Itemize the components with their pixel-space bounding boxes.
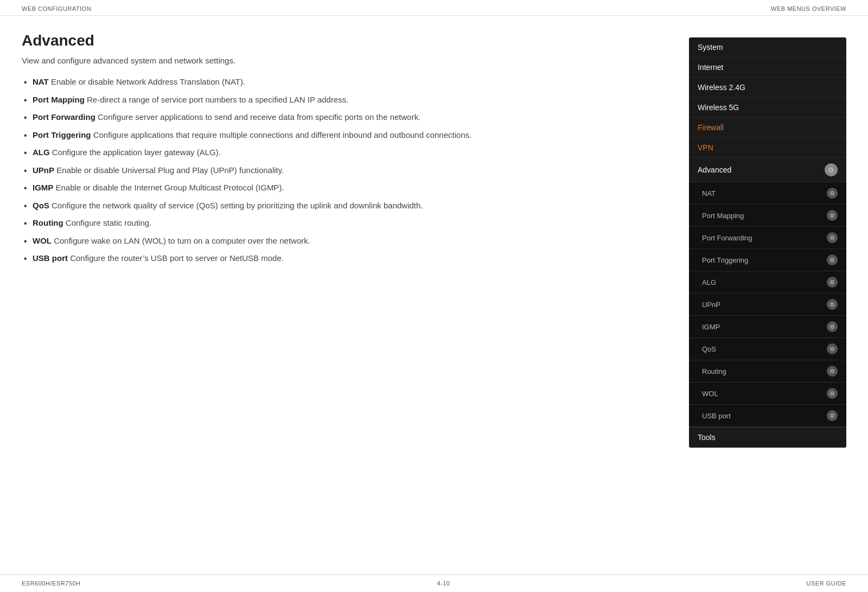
- gear-icon: ⚙: [827, 410, 838, 421]
- bullet-item-4: ALG Configure the application layer gate…: [22, 147, 667, 159]
- bullet-desc: Configure server applications to send an…: [98, 112, 420, 122]
- sidebar-item-vpn[interactable]: VPN: [689, 138, 846, 158]
- gear-icon: ⚙: [827, 188, 838, 199]
- bullet-name: QoS: [33, 201, 49, 210]
- bullet-desc: Re-direct a range of service port number…: [87, 95, 348, 104]
- sidebar-label: Wireless 2.4G: [698, 83, 745, 92]
- gear-icon: ⚙: [827, 388, 838, 399]
- sidebar-label: Wireless 5G: [698, 103, 739, 112]
- page-title: Advanced: [22, 32, 667, 49]
- bullet-item-3: Port Triggering Configure applications t…: [22, 129, 667, 142]
- bullet-name: USB port: [33, 253, 68, 263]
- bullet-item-8: Routing Configure static routing.: [22, 217, 667, 230]
- sidebar-item-wireless-2.4g[interactable]: Wireless 2.4G: [689, 78, 846, 98]
- bullet-desc: Configure the router’s USB port to serve…: [70, 253, 284, 263]
- bullet-desc: Enable or disable Universal Plug and Pla…: [56, 165, 284, 175]
- sidebar-sub-label: USB port: [702, 412, 731, 420]
- sidebar-sub-label: Port Mapping: [702, 212, 744, 220]
- sidebar-sub-label: Port Triggering: [702, 256, 748, 264]
- gear-icon: ⚙: [827, 254, 838, 265]
- bullet-name: WOL: [33, 236, 52, 245]
- main-content: Advanced View and configure advanced sys…: [0, 16, 868, 480]
- sidebar-sub-label: Port Forwarding: [702, 234, 752, 242]
- sidebar-sub-label: UPnP: [702, 301, 720, 309]
- gear-icon: ⚙: [827, 210, 838, 221]
- sidebar-item-system[interactable]: System: [689, 37, 846, 58]
- bullet-name: IGMP: [33, 183, 53, 192]
- bullet-name: Port Mapping: [33, 95, 85, 104]
- gear-icon: ⚙: [827, 232, 838, 243]
- gear-icon: ⚙: [827, 343, 838, 354]
- sidebar-label: VPN: [698, 143, 713, 152]
- bullet-list: NAT Enable or disable Network Address Tr…: [22, 76, 667, 265]
- sidebar-sub-label: NAT: [702, 189, 716, 198]
- header-left: Web Configuration: [22, 5, 91, 12]
- gear-icon: ⚙: [825, 163, 838, 176]
- sidebar-sub-item-wol[interactable]: WOL⚙: [689, 383, 846, 405]
- bullet-item-5: UPnP Enable or disable Universal Plug an…: [22, 164, 667, 177]
- sidebar-label: Internet: [698, 63, 723, 72]
- bullet-item-7: QoS Configure the network quality of ser…: [22, 200, 667, 212]
- footer-right: User Guide: [807, 580, 846, 587]
- intro-text: View and configure advanced system and n…: [22, 56, 667, 65]
- sidebar-sub-label: IGMP: [702, 323, 720, 331]
- bullet-item-0: NAT Enable or disable Network Address Tr…: [22, 76, 667, 88]
- sidebar-sub-label: Routing: [702, 367, 726, 375]
- sidebar-sub-item-port-forwarding[interactable]: Port Forwarding⚙: [689, 227, 846, 249]
- sidebar-sub-item-alg[interactable]: ALG⚙: [689, 271, 846, 294]
- gear-icon: ⚙: [827, 321, 838, 332]
- sidebar-item-firewall[interactable]: Firewall: [689, 118, 846, 138]
- bullet-item-1: Port Mapping Re-direct a range of servic…: [22, 94, 667, 106]
- gear-icon: ⚙: [827, 366, 838, 377]
- bullet-desc: Configure the network quality of service…: [52, 201, 423, 210]
- sidebar-sub-item-qos[interactable]: QoS⚙: [689, 338, 846, 360]
- bullet-item-9: WOL Configure wake on LAN (WOL) to turn …: [22, 235, 667, 247]
- sidebar-sub-item-routing[interactable]: Routing⚙: [689, 360, 846, 383]
- sidebar-label: Advanced: [698, 165, 731, 174]
- sidebar-sub-item-upnp[interactable]: UPnP⚙: [689, 294, 846, 316]
- bullet-name: Routing: [33, 218, 63, 227]
- bullet-name: NAT: [33, 77, 49, 86]
- sidebar-nav: SystemInternetWireless 2.4GWireless 5GFi…: [689, 37, 846, 448]
- bullet-item-6: IGMP Enable or disable the Internet Grou…: [22, 182, 667, 194]
- bullet-desc: Enable or disable Network Address Transl…: [51, 77, 245, 86]
- footer-center: 4-10: [437, 580, 450, 587]
- sidebar-item-wireless-5g[interactable]: Wireless 5G: [689, 98, 846, 118]
- page-footer: ESR600H/ESR750H 4-10 User Guide: [0, 574, 868, 592]
- sidebar-sub-label: QoS: [702, 345, 716, 353]
- bullet-desc: Configure the application layer gateway …: [52, 148, 221, 157]
- header-right: Web Menus Overview: [771, 5, 846, 12]
- sidebar-sub-label: WOL: [702, 390, 718, 398]
- bullet-name: Port Triggering: [33, 130, 91, 139]
- bullet-name: ALG: [33, 148, 50, 157]
- bullet-desc: Enable or disable the Internet Group Mul…: [56, 183, 284, 192]
- page-header: Web Configuration Web Menus Overview: [0, 0, 868, 16]
- sidebar-item-internet[interactable]: Internet: [689, 58, 846, 78]
- gear-icon: ⚙: [827, 277, 838, 288]
- sidebar-item-tools[interactable]: Tools: [689, 427, 846, 448]
- footer-left: ESR600H/ESR750H: [22, 580, 80, 587]
- sidebar-label: Firewall: [698, 123, 724, 132]
- sidebar-sub-item-igmp[interactable]: IGMP⚙: [689, 316, 846, 338]
- sidebar-sub-item-nat[interactable]: NAT⚙: [689, 182, 846, 205]
- sidebar-sub-item-port-mapping[interactable]: Port Mapping⚙: [689, 205, 846, 227]
- bullet-item-10: USB port Configure the router’s USB port…: [22, 252, 667, 265]
- sidebar-label: System: [698, 43, 723, 52]
- bullet-item-2: Port Forwarding Configure server applica…: [22, 111, 667, 124]
- sidebar-sub-item-port-triggering[interactable]: Port Triggering⚙: [689, 249, 846, 271]
- bullet-desc: Configure wake on LAN (WOL) to turn on a…: [54, 236, 310, 245]
- bullet-desc: Configure applications that require mult…: [93, 130, 472, 139]
- sidebar-sub-item-usb-port[interactable]: USB port⚙: [689, 405, 846, 427]
- bullet-desc: Configure static routing.: [66, 218, 151, 227]
- bullet-name: Port Forwarding: [33, 112, 95, 122]
- sidebar-tools-label: Tools: [698, 433, 716, 442]
- bullet-name: UPnP: [33, 165, 54, 175]
- sidebar-sub-label: ALG: [702, 278, 716, 287]
- sidebar-item-advanced[interactable]: Advanced⚙: [689, 158, 846, 182]
- gear-icon: ⚙: [827, 299, 838, 310]
- left-content: Advanced View and configure advanced sys…: [22, 32, 667, 448]
